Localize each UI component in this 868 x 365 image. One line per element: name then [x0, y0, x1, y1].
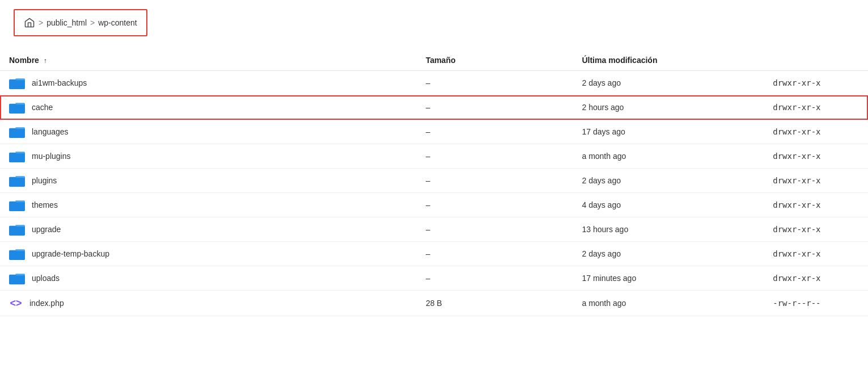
file-name-label: cache: [32, 103, 53, 112]
col-header-perms: [764, 50, 868, 71]
folder-icon: [9, 223, 25, 236]
file-name-cell: themes: [0, 193, 417, 217]
file-perms-cell: drwxr-xr-x: [764, 217, 868, 242]
file-perms-cell: drwxr-xr-x: [764, 242, 868, 266]
svg-rect-0: [9, 79, 25, 89]
folder-icon: [9, 199, 25, 211]
file-modified-cell: a month ago: [573, 291, 764, 316]
breadcrumb-sep-2: >: [90, 18, 95, 27]
svg-rect-8: [9, 275, 25, 284]
file-size-cell: –: [417, 120, 573, 144]
table-row[interactable]: languages–17 days agodrwxr-xr-x: [0, 120, 868, 144]
table-row[interactable]: plugins–2 days agodrwxr-xr-x: [0, 169, 868, 193]
file-name-cell: mu-plugins: [0, 144, 417, 169]
table-row[interactable]: cache–2 hours agodrwxr-xr-x: [0, 95, 868, 120]
file-name-cell: plugins: [0, 169, 417, 193]
file-table: Nombre ↑ Tamaño Última modificación ai1w…: [0, 50, 868, 316]
col-header-modified[interactable]: Última modificación: [573, 50, 764, 71]
sort-icon: ↑: [44, 57, 47, 65]
file-icon: <>: [9, 296, 23, 310]
file-name-cell: cache: [0, 95, 417, 120]
file-name-cell: uploads: [0, 266, 417, 291]
file-size-cell: –: [417, 95, 573, 120]
home-icon: [24, 17, 35, 28]
file-perms-cell: drwxr-xr-x: [764, 266, 868, 291]
file-name-cell: languages: [0, 120, 417, 144]
file-perms-cell: drwxr-xr-x: [764, 144, 868, 169]
breadcrumb: > public_html > wp-content: [14, 9, 147, 36]
file-modified-cell: a month ago: [573, 144, 764, 169]
file-manager: > public_html > wp-content Nombre ↑ Tama…: [0, 0, 868, 365]
table-row[interactable]: themes–4 days agodrwxr-xr-x: [0, 193, 868, 217]
svg-rect-4: [9, 177, 25, 187]
file-modified-cell: 17 days ago: [573, 120, 764, 144]
file-name-label: mu-plugins: [32, 152, 70, 161]
file-perms-cell: drwxr-xr-x: [764, 120, 868, 144]
file-name-cell: <>index.php: [0, 291, 417, 316]
col-header-size[interactable]: Tamaño: [417, 50, 573, 71]
file-name-cell: upgrade-temp-backup: [0, 242, 417, 266]
file-name-label: plugins: [32, 176, 57, 185]
table-row[interactable]: upgrade-temp-backup–2 days agodrwxr-xr-x: [0, 242, 868, 266]
file-size-cell: 28 B: [417, 291, 573, 316]
file-modified-cell: 2 days ago: [573, 71, 764, 95]
file-modified-cell: 2 days ago: [573, 242, 764, 266]
file-size-cell: –: [417, 169, 573, 193]
file-modified-cell: 2 hours ago: [573, 95, 764, 120]
file-name-label: languages: [32, 127, 69, 136]
svg-rect-3: [9, 153, 25, 162]
file-name-label: index.php: [29, 299, 64, 308]
table-row[interactable]: <>index.php28 Ba month ago-rw-r--r--: [0, 291, 868, 316]
file-name-label: ai1wm-backups: [32, 78, 87, 87]
breadcrumb-home[interactable]: [24, 17, 35, 28]
col-header-name[interactable]: Nombre ↑: [0, 50, 417, 71]
table-row[interactable]: ai1wm-backups–2 days agodrwxr-xr-x: [0, 71, 868, 95]
svg-rect-5: [9, 202, 25, 211]
file-perms-cell: drwxr-xr-x: [764, 95, 868, 120]
table-row[interactable]: uploads–17 minutes agodrwxr-xr-x: [0, 266, 868, 291]
file-name-label: uploads: [32, 274, 60, 283]
file-name-label: themes: [32, 200, 58, 209]
folder-icon: [9, 77, 25, 89]
file-name-cell: ai1wm-backups: [0, 71, 417, 95]
folder-icon: [9, 272, 25, 284]
file-name-cell: upgrade: [0, 217, 417, 242]
folder-icon: [9, 150, 25, 162]
breadcrumb-wp-content[interactable]: wp-content: [98, 18, 137, 27]
file-perms-cell: -rw-r--r--: [764, 291, 868, 316]
folder-icon: [9, 247, 25, 260]
svg-rect-7: [9, 250, 25, 260]
file-size-cell: –: [417, 217, 573, 242]
file-name-label: upgrade: [32, 225, 61, 234]
file-size-cell: –: [417, 266, 573, 291]
breadcrumb-public-html[interactable]: public_html: [46, 18, 87, 27]
svg-rect-1: [9, 104, 25, 114]
file-modified-cell: 13 hours ago: [573, 217, 764, 242]
file-size-cell: –: [417, 242, 573, 266]
folder-icon: [9, 101, 25, 114]
file-perms-cell: drwxr-xr-x: [764, 169, 868, 193]
table-header-row: Nombre ↑ Tamaño Última modificación: [0, 50, 868, 71]
svg-rect-2: [9, 128, 25, 138]
svg-rect-6: [9, 226, 25, 236]
file-size-cell: –: [417, 144, 573, 169]
file-perms-cell: drwxr-xr-x: [764, 71, 868, 95]
file-modified-cell: 2 days ago: [573, 169, 764, 193]
table-row[interactable]: upgrade–13 hours agodrwxr-xr-x: [0, 217, 868, 242]
file-name-label: upgrade-temp-backup: [32, 249, 109, 258]
folder-icon: [9, 125, 25, 138]
file-perms-cell: drwxr-xr-x: [764, 193, 868, 217]
breadcrumb-sep-1: >: [39, 18, 43, 27]
folder-icon: [9, 174, 25, 187]
table-row[interactable]: mu-plugins–a month agodrwxr-xr-x: [0, 144, 868, 169]
file-size-cell: –: [417, 193, 573, 217]
file-size-cell: –: [417, 71, 573, 95]
file-modified-cell: 17 minutes ago: [573, 266, 764, 291]
file-modified-cell: 4 days ago: [573, 193, 764, 217]
